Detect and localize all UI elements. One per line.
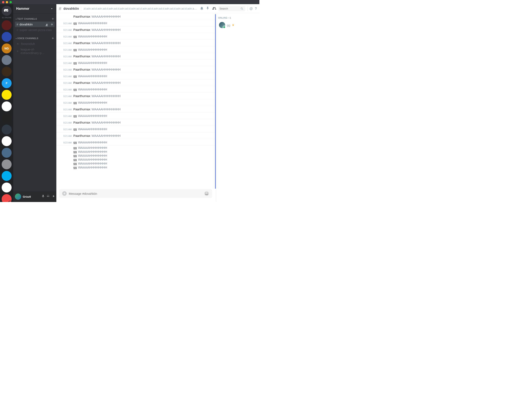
deafen-button[interactable] <box>46 195 50 199</box>
message-author[interactable]: Paarthurnax <box>73 121 90 124</box>
message-author[interactable]: Paarthurnax <box>73 68 90 71</box>
voice-channels-header[interactable]: ▾VOICE CHANNELS + <box>15 36 55 41</box>
emoji-picker-button[interactable]: 😀 <box>204 191 209 196</box>
message-author[interactable]: gg <box>73 140 77 144</box>
server-server-9[interactable] <box>2 113 12 123</box>
member-list-button[interactable] <box>212 6 216 11</box>
message-text: WAAAAHHHHHHHH <box>78 35 107 38</box>
message-continuation: ggWAAAAHHHHHHHH <box>56 150 215 154</box>
message-author[interactable]: gg <box>73 101 77 104</box>
search-input[interactable] <box>220 7 240 10</box>
message-text: WAAAAHHHHHHHH <box>78 154 107 157</box>
notifications-button[interactable] <box>200 6 204 11</box>
message-timestamp: 9:21 AM <box>60 42 73 44</box>
self-avatar[interactable] <box>15 194 21 200</box>
message-author[interactable]: Paarthurnax <box>73 54 90 58</box>
text-channel-dovahkiin[interactable]: #dovahkiin <box>15 22 55 27</box>
message-input[interactable] <box>69 192 202 195</box>
voice-channel-league-of-extraordinary-p...[interactable]: league-of-extraordinary-p... <box>15 47 55 56</box>
member-gg[interactable]: gg♛ <box>218 21 257 29</box>
message-author[interactable]: gg <box>73 127 77 131</box>
user-settings-button[interactable] <box>51 195 55 199</box>
message: 9:21 AMPaarthurnaxWAAAAHHHHHHHH <box>56 119 215 126</box>
server-server-10[interactable] <box>2 125 12 134</box>
message-author[interactable]: Paarthurnax <box>73 15 90 18</box>
message-timestamp: 9:21 AM <box>60 95 73 97</box>
hash-icon: # <box>59 6 61 11</box>
help-button[interactable]: ? <box>255 7 257 11</box>
message-author[interactable]: Paarthurnax <box>73 134 90 137</box>
message-author[interactable]: gg <box>73 114 77 118</box>
message-author[interactable]: gg <box>73 158 77 161</box>
message-compose: + 😀 <box>59 189 212 198</box>
minimize-window-button[interactable] <box>6 1 8 3</box>
voice-channel-foosroduh[interactable]: foosroduh <box>15 41 55 47</box>
server-server-11[interactable] <box>2 136 12 146</box>
message: 9:21 AMPaarthurnaxWAAAAHHHHHHHH <box>56 53 215 60</box>
attach-button[interactable]: + <box>62 191 67 196</box>
server-server-3[interactable]: NG <box>2 44 12 53</box>
message-author[interactable]: gg <box>73 150 77 153</box>
message-author[interactable]: gg <box>73 48 77 51</box>
message-author[interactable]: gg <box>73 162 77 165</box>
self-username: Grizz0 <box>23 195 40 198</box>
server-server-16[interactable]: 3 <box>2 194 12 202</box>
server-server-12[interactable] <box>2 148 12 158</box>
mentions-button[interactable]: @ <box>250 7 253 11</box>
message-author[interactable]: gg <box>73 154 77 157</box>
home-button[interactable] <box>2 6 12 16</box>
gear-icon[interactable] <box>50 23 53 26</box>
server-server-5[interactable] <box>2 67 12 76</box>
message-author[interactable]: gg <box>73 21 77 25</box>
speaker-icon <box>17 50 19 53</box>
message-author[interactable]: Paarthurnax <box>73 107 90 111</box>
server-header[interactable]: Hammer <box>13 4 56 13</box>
server-server-15[interactable] <box>2 183 12 192</box>
message: 9:22 AMggWAAAAHHHHHHHH <box>56 139 215 146</box>
message-author[interactable]: gg <box>73 74 77 78</box>
message: 9:21 AMPaarthurnaxWAAAAHHHHHHHH <box>56 106 215 113</box>
message-text: WAAAAHHHHHHHH <box>78 48 107 51</box>
message-author[interactable]: Paarthurnax <box>73 81 90 84</box>
message-timestamp: 9:21 AM <box>60 62 73 64</box>
message-timestamp: 9:21 AM <box>60 69 73 71</box>
message-author[interactable]: Paarthurnax <box>73 94 90 98</box>
close-window-button[interactable] <box>2 1 4 3</box>
server-server-7[interactable] <box>2 90 12 100</box>
server-server-2[interactable] <box>2 32 12 42</box>
message-author[interactable]: gg <box>73 88 77 91</box>
message: 9:21 AMggWAAAAHHHHHHHH <box>56 33 215 40</box>
server-server-6[interactable]: F <box>2 78 12 88</box>
channel-topic[interactable]: ;d;adn;ad;d;adn;ad;d;adn;ad;d;adn;ad;d;a… <box>83 7 198 10</box>
mute-mic-button[interactable] <box>41 195 45 199</box>
text-channels-header[interactable]: ▾TEXT CHANNELS + <box>15 16 55 22</box>
add-channel-button[interactable]: + <box>52 17 54 21</box>
message-author[interactable]: Paarthurnax <box>73 28 90 32</box>
message-continuation: ggWAAAAHHHHHHHH <box>56 154 215 158</box>
text-channel-super-secret-pizza-clan[interactable]: #super-secret-pizza-clan <box>15 27 55 33</box>
channel-header: # dovahkiin ;d;adn;ad;d;adn;ad;d;adn;ad;… <box>56 4 259 13</box>
message-continuation: ggWAAAAHHHHHHHH <box>56 146 215 150</box>
message: 9:21 AMggWAAAAHHHHHHHH <box>56 99 215 106</box>
message-author[interactable]: gg <box>73 166 77 169</box>
server-server-1[interactable] <box>2 20 12 30</box>
server-server-14[interactable] <box>2 171 12 181</box>
message-scroller[interactable]: PaarthurnaxWAAAAHHHHHHHH9:21 AMggWAAAAHH… <box>56 13 215 202</box>
message-text: WAAAAHHHHHHHH <box>78 74 107 78</box>
add-voice-channel-button[interactable]: + <box>52 36 54 40</box>
message-author[interactable]: gg <box>73 146 77 149</box>
server-server-13[interactable] <box>2 159 12 169</box>
zoom-window-button[interactable] <box>10 1 12 3</box>
message-author[interactable]: gg <box>73 35 77 38</box>
unread-badge: 3 <box>8 201 12 202</box>
search-box[interactable] <box>218 6 245 11</box>
invite-icon[interactable] <box>45 23 48 26</box>
pinned-messages-button[interactable] <box>206 6 210 11</box>
message-author[interactable]: gg <box>73 61 77 65</box>
server-server-8[interactable] <box>2 101 12 111</box>
message-author[interactable]: Paarthurnax <box>73 41 90 45</box>
server-server-4[interactable] <box>2 55 12 65</box>
message-text: WAAAAHHHHHHHH <box>91 107 121 111</box>
message: 9:21 AMggWAAAAHHHHHHHH <box>56 126 215 133</box>
message: 9:21 AMggWAAAAHHHHHHHH <box>56 46 215 53</box>
